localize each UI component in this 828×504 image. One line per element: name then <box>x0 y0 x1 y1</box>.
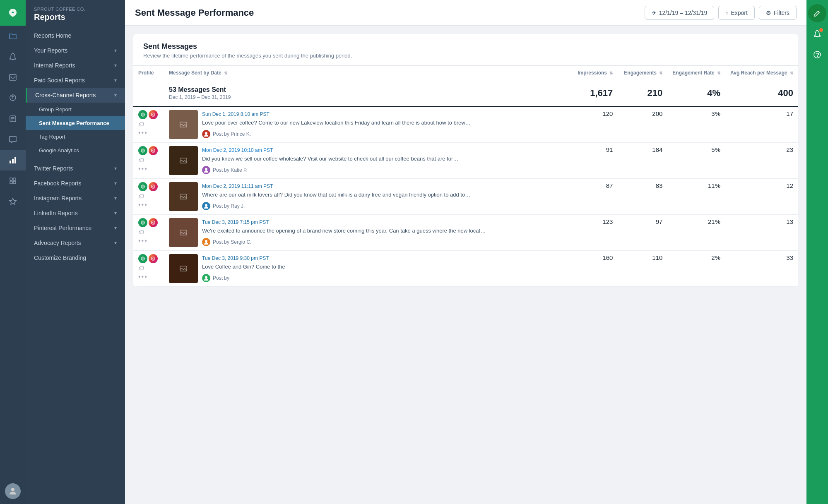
more-icon-3[interactable]: ••• <box>138 237 148 245</box>
message-author-0: Post by Prince K. <box>202 130 471 138</box>
sidebar-sub-group-report[interactable]: Group Report <box>26 103 125 116</box>
notifications-button[interactable] <box>808 25 826 43</box>
sidebar-item-reports-home[interactable]: Reports Home <box>26 28 125 43</box>
tag-icon-1[interactable]: 🏷 <box>138 157 144 163</box>
svg-rect-7 <box>13 178 16 180</box>
nav-icon-star[interactable] <box>0 191 26 212</box>
nav-icon-alert[interactable] <box>0 46 26 67</box>
engrate-0: 3% <box>667 106 725 143</box>
svg-point-10 <box>11 488 14 491</box>
sidebar-item-customize-branding[interactable]: Customize Branding <box>26 250 125 265</box>
sidebar-item-instagram[interactable]: Instagram Reports ▾ <box>26 191 125 206</box>
compose-button[interactable] <box>808 4 826 22</box>
sidebar-item-your-reports[interactable]: Your Reports ▾ <box>26 43 125 58</box>
message-timestamp-2: Mon Dec 2, 2019 11:11 am PST <box>202 183 273 189</box>
message-col-2: Mon Dec 2, 2019 11:11 am PST Where are o… <box>164 179 572 215</box>
app-logo[interactable] <box>0 0 26 26</box>
sidebar-item-pinterest[interactable]: Pinterest Performance ▾ <box>26 221 125 235</box>
message-image-2 <box>169 182 198 211</box>
engagements-0: 200 <box>618 106 667 143</box>
col-header-engrate[interactable]: Engagement Rate ⇅ <box>667 66 725 80</box>
sprout-icon-2 <box>138 182 147 191</box>
filters-button[interactable]: ⚙ Filters <box>759 6 797 20</box>
sidebar-sub-google-analytics[interactable]: Google Analytics <box>26 144 125 157</box>
table-row: 🏷 ••• Mon Dec 2, 2019 11:11 am PST Where… <box>133 179 798 215</box>
svg-rect-0 <box>10 74 16 80</box>
sidebar-sub-tag-report[interactable]: Tag Report <box>26 130 125 144</box>
sidebar-item-linkedin[interactable]: LinkedIn Reports ▾ <box>26 206 125 221</box>
nav-icon-reports[interactable] <box>0 150 26 170</box>
filter-icon: ⚙ <box>766 10 771 16</box>
user-avatar[interactable] <box>5 483 21 499</box>
message-image-3 <box>169 218 198 247</box>
svg-point-33 <box>152 258 154 259</box>
nav-icon-publish[interactable] <box>0 88 26 108</box>
profile-col-0: 🏷 ••• <box>133 106 164 143</box>
col-header-message[interactable]: Message Sent by Date ⇅ <box>164 66 572 80</box>
message-col-4: Tue Dec 3, 2019 9:30 pm PST Love Coffee … <box>164 251 572 287</box>
engrate-2: 11% <box>667 179 725 215</box>
sidebar-item-advocacy[interactable]: Advocacy Reports ▾ <box>26 235 125 250</box>
svg-point-13 <box>152 114 154 115</box>
tag-icon-2[interactable]: 🏷 <box>138 193 144 199</box>
sidebar-item-paid-social[interactable]: Paid Social Reports ▾ <box>26 73 125 88</box>
tag-icon-3[interactable]: 🏷 <box>138 229 144 235</box>
summary-row: 53 Messages Sent Dec 1, 2019 – Dec 31, 2… <box>133 80 798 107</box>
chevron-down-icon: ▾ <box>114 166 117 171</box>
nav-icon-messages[interactable] <box>0 129 26 150</box>
sidebar: Sprout Coffee Co. Reports Reports Home Y… <box>26 0 125 504</box>
svg-rect-12 <box>152 113 155 116</box>
chevron-down-icon: ▾ <box>114 195 117 201</box>
sidebar-item-internal-reports[interactable]: Internal Reports ▾ <box>26 58 125 73</box>
nav-icon-inbox[interactable] <box>0 67 26 88</box>
report-card-title: Sent Messages <box>143 42 788 51</box>
sidebar-item-cross-channel[interactable]: Cross-Channel Reports ▾ <box>26 88 125 103</box>
tag-icon-4[interactable]: 🏷 <box>138 265 144 271</box>
nav-icon-tasks[interactable] <box>0 108 26 129</box>
more-icon-0[interactable]: ••• <box>138 129 148 137</box>
sidebar-sub-sent-message[interactable]: Sent Message Performance <box>26 116 125 130</box>
more-icon-4[interactable]: ••• <box>138 273 148 281</box>
nav-icon-folder[interactable] <box>0 26 26 46</box>
engagements-2: 83 <box>618 179 667 215</box>
sidebar-item-facebook[interactable]: Facebook Reports ▾ <box>26 176 125 191</box>
sort-icon: ⇅ <box>609 71 613 75</box>
svg-point-28 <box>152 222 154 223</box>
date-range-button[interactable]: ✈ 12/1/19 – 12/31/19 <box>645 6 715 20</box>
message-author-2: Post by Ray J. <box>202 202 470 210</box>
message-image-4 <box>169 254 198 283</box>
messages-sent-count: 53 Messages Sent <box>169 86 567 94</box>
profile-col-4: 🏷 ••• <box>133 251 164 287</box>
svg-rect-27 <box>152 221 155 224</box>
more-icon-1[interactable]: ••• <box>138 165 148 173</box>
svg-rect-32 <box>152 257 155 260</box>
chevron-down-icon: ▾ <box>114 62 117 68</box>
nav-icon-tools[interactable] <box>0 170 26 191</box>
message-timestamp-1[interactable]: Mon Dec 2, 2019 10:10 am PST <box>202 147 273 153</box>
engagements-4: 110 <box>618 251 667 287</box>
avgreach-0: 17 <box>725 106 798 143</box>
sprout-icon-3 <box>138 218 147 227</box>
instagram-icon-2 <box>149 182 158 191</box>
svg-rect-5 <box>14 157 16 163</box>
col-header-engagements[interactable]: Engagements ⇅ <box>618 66 667 80</box>
col-header-avgreach[interactable]: Avg Reach per Message ⇅ <box>725 66 798 80</box>
message-col-1: Mon Dec 2, 2019 10:10 am PST Did you kno… <box>164 143 572 179</box>
impressions-1: 91 <box>572 143 618 179</box>
message-col-3: Tue Dec 3, 2019 7:15 pm PST We're excite… <box>164 215 572 251</box>
col-header-impressions[interactable]: Impressions ⇅ <box>572 66 618 80</box>
sidebar-header: Sprout Coffee Co. Reports <box>26 0 125 28</box>
message-timestamp-4: Tue Dec 3, 2019 9:30 pm PST <box>202 255 269 261</box>
sprout-icon-0 <box>138 110 147 119</box>
tag-icon-0[interactable]: 🏷 <box>138 121 144 127</box>
help-button[interactable]: ? <box>808 46 826 64</box>
export-button[interactable]: ↑ Export <box>718 6 754 20</box>
svg-rect-4 <box>12 159 14 163</box>
chevron-down-icon: ▾ <box>114 210 117 216</box>
profile-col-3: 🏷 ••• <box>133 215 164 251</box>
more-icon-2[interactable]: ••• <box>138 201 148 209</box>
table-row: 🏷 ••• Tue Dec 3, 2019 7:15 pm PST We're … <box>133 215 798 251</box>
svg-rect-3 <box>10 161 11 163</box>
report-card: Sent Messages Review the lifetime perfor… <box>133 34 798 287</box>
sidebar-item-twitter[interactable]: Twitter Reports ▾ <box>26 161 125 176</box>
